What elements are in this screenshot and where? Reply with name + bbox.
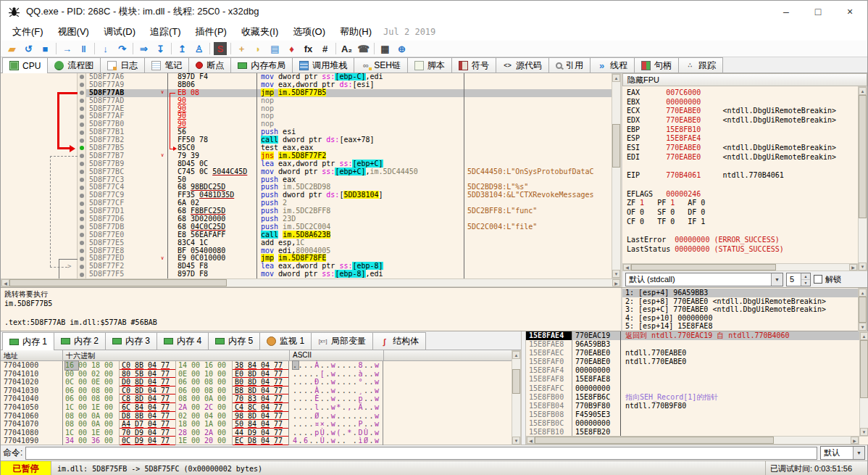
breakpoint-gutter[interactable]	[77, 152, 86, 160]
pointer-byte-group[interactable]: A4D70477	[120, 420, 176, 429]
byte-group[interactable]: 06000800	[63, 395, 120, 403]
dump-row[interactable]: 7704104006000800C88D047708000A0070830477…	[1, 395, 521, 403]
register-line[interactable]: CF 0 TF 0 IF 1	[627, 218, 858, 227]
byte-group[interactable]: 28002A00	[176, 429, 233, 437]
stack-hscrollbar[interactable]: ◀ ▶	[526, 436, 859, 445]
pointer-byte-group[interactable]: 38840477	[233, 361, 289, 370]
scroll-down-arrow-icon[interactable]: ▼	[859, 263, 867, 270]
instruction-dot[interactable]	[80, 265, 84, 269]
instruction-dot[interactable]	[80, 123, 84, 127]
scroll-right-arrow-icon[interactable]: ▶	[849, 264, 857, 270]
tab-breakpoints[interactable]: 断点	[188, 57, 231, 73]
breakpoint-gutter[interactable]	[77, 128, 86, 136]
breakpoint-gutter[interactable]	[77, 73, 86, 81]
comments-icon[interactable]: ◗	[250, 41, 267, 57]
tab-script[interactable]: 脚本	[407, 57, 452, 73]
register-line[interactable]: OF 0 SF 0 DF 0	[627, 208, 858, 218]
tab-dump4[interactable]: 内存 4	[157, 332, 209, 350]
instruction-dot[interactable]	[80, 273, 84, 277]
stack-row[interactable]: 15E8FAEC770EABE0ntdll.770EABE0	[526, 349, 859, 358]
pointer-byte-group[interactable]: B88D0477	[233, 387, 289, 395]
breakpoint-gutter[interactable]	[77, 183, 86, 191]
instruction-dot[interactable]	[80, 99, 84, 103]
stack-row[interactable]: 15E8FAF0770EABE0ntdll.770EABE0	[526, 358, 859, 366]
tab-watch1[interactable]: 监视 1	[259, 332, 312, 350]
maximize-button[interactable]: □	[802, 1, 834, 22]
breakpoint-gutter[interactable]	[77, 255, 86, 263]
tab-references[interactable]: 引用	[548, 57, 591, 73]
instruction-dot[interactable]	[80, 194, 84, 198]
disasm-row[interactable]: 5D8F77BCC745 0C 5044C45Dmov dword ptr ss…	[1, 168, 621, 176]
pointer-byte-group[interactable]: 0CD90477	[120, 437, 176, 445]
instruction-dot[interactable]	[80, 249, 84, 253]
instruction-dot[interactable]	[80, 186, 84, 190]
tab-source[interactable]: 源代码	[496, 57, 549, 73]
calling-convention-select[interactable]: 默认 (stdcall) ▼	[625, 273, 783, 286]
tab-cpu[interactable]: CPU	[2, 57, 48, 73]
scroll-thumb[interactable]	[631, 264, 776, 270]
tab-notes[interactable]: 笔记	[144, 57, 189, 73]
tab-dump5[interactable]: 内存 5	[208, 332, 260, 350]
pointer-byte-group[interactable]: 6C840477	[120, 403, 176, 412]
register-line[interactable]: ECX 770EABE0 <ntdll.DbgUiRemoteBreakin>	[627, 107, 858, 116]
dump-row[interactable]: 7704103006000800C08D047706000800B88D0477…	[1, 387, 521, 395]
run-to-cursor-icon[interactable]: ⇒	[135, 41, 152, 57]
step-out-icon[interactable]: ↧	[152, 41, 169, 57]
menu-item-o[interactable]: 选项(O)	[285, 25, 333, 38]
stack-row[interactable]: 15E8FAE896A59BB3	[526, 340, 859, 349]
run-icon[interactable]: →	[59, 41, 75, 57]
register-line[interactable]: EIP 770B4061 ntdll.770B4061	[627, 171, 858, 181]
tab-threads[interactable]: 线程	[590, 57, 635, 73]
register-line[interactable]: EBX 00000000	[627, 98, 858, 107]
disassembly-vscrollbar[interactable]: ▲ ▼	[612, 73, 621, 278]
pause-icon[interactable]: ‖	[75, 41, 92, 57]
call-phone-icon[interactable]: ☎	[355, 41, 372, 57]
breakpoint-gutter[interactable]	[77, 207, 86, 215]
tab-log[interactable]: 日志	[100, 57, 145, 73]
argument-line[interactable]: 2: [esp+8] 770EABE0 <ntdll.DbgUiRemoteBr…	[622, 297, 858, 306]
instruction-dot[interactable]	[80, 107, 84, 111]
scroll-right-arrow-icon[interactable]: ▶	[612, 279, 620, 286]
scroll-down-arrow-icon[interactable]: ▼	[512, 437, 520, 445]
argument-line[interactable]: 3: [esp+C] 770EABE0 <ntdll.DbgUiRemoteBr…	[622, 305, 858, 314]
register-line[interactable]: LastStatus 00000000 (STATUS_SUCCESS)	[627, 245, 858, 255]
dump-row[interactable]: 770410501C001E006C8404772A002C00C48C0477…	[1, 403, 521, 412]
breakpoint-gutter[interactable]	[77, 168, 86, 176]
breakpoint-gutter[interactable]	[77, 112, 86, 120]
breakpoint-gutter[interactable]	[77, 270, 86, 278]
tab-struct[interactable]: 结构体	[372, 332, 426, 350]
byte-group[interactable]: 00000200	[63, 370, 120, 379]
pointer-byte-group[interactable]: 50840477	[233, 420, 289, 429]
pointer-byte-group[interactable]: 70830477	[233, 395, 289, 403]
breakpoint-gutter[interactable]	[77, 81, 86, 89]
argument-line[interactable]: 1: [esp+4] 96A59BB3	[622, 289, 858, 297]
arguments-vscrollbar[interactable]: ▲ ▼	[858, 288, 867, 331]
scylla-icon[interactable]: S	[214, 42, 227, 55]
instruction-dot[interactable]	[80, 225, 84, 229]
instruction-dot[interactable]	[80, 139, 84, 143]
breakpoint-gutter[interactable]	[77, 97, 86, 105]
stack-row[interactable]: 15E8FB1015E8FB20	[526, 428, 859, 436]
scroll-thumb[interactable]	[9, 279, 227, 286]
register-line[interactable]: ZF 1 PF 1 AF 0	[627, 199, 858, 208]
scroll-up-arrow-icon[interactable]: ▲	[859, 87, 867, 95]
scroll-right-arrow-icon[interactable]: ▶	[851, 437, 859, 444]
close-button[interactable]: ×	[834, 1, 866, 22]
instruction-dot[interactable]	[80, 257, 84, 261]
byte-group[interactable]: 08000A00	[63, 420, 120, 429]
byte-group[interactable]: 14001600	[176, 361, 233, 370]
scroll-up-arrow-icon[interactable]: ▲	[859, 289, 867, 297]
step-over-icon[interactable]: ↷	[114, 41, 130, 57]
menu-item-p[interactable]: 插件(P)	[188, 25, 234, 38]
stop-icon[interactable]: ■	[37, 41, 54, 57]
functions-icon[interactable]: fx	[300, 41, 317, 57]
tab-dump1[interactable]: 内存 1	[2, 332, 54, 350]
instruction-dot[interactable]	[80, 202, 84, 206]
pointer-byte-group[interactable]: D88B0477	[120, 412, 176, 421]
pointer-byte-group[interactable]: C08D0477	[120, 387, 176, 395]
ascii-column-header[interactable]: ASCII	[290, 350, 384, 360]
instruction-dot[interactable]	[80, 178, 84, 182]
dump-row[interactable]: 770410801C001E0070D9047728002A0044D90477…	[1, 429, 521, 437]
hide-fpu-button[interactable]: 隐藏FPU	[622, 73, 867, 86]
menu-item-h[interactable]: 帮助(H)	[333, 25, 379, 38]
